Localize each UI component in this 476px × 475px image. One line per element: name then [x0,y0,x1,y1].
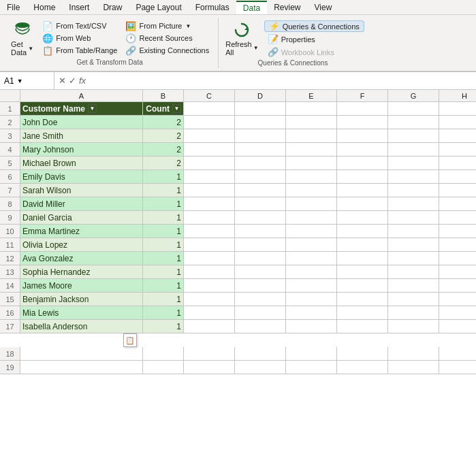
cell-11f[interactable] [337,238,388,252]
menu-view[interactable]: View [308,1,339,14]
cell-15c[interactable] [184,293,235,306]
cell-17b[interactable]: 1 [143,320,184,333]
cell-19c[interactable] [184,361,235,374]
cell-10a[interactable]: Emma Martinez [20,225,143,238]
cell-1f[interactable] [337,102,388,116]
cell-18a[interactable] [20,347,143,361]
cell-3a[interactable]: Jane Smith [20,129,143,143]
properties-button[interactable]: 📝 Properties [264,33,364,45]
cell-13g[interactable] [388,265,439,279]
cell-14b[interactable]: 1 [143,279,184,293]
cell-7b[interactable]: 1 [143,184,184,197]
cell-9c[interactable] [184,211,235,225]
paste-icon[interactable]: 📋 [123,333,137,347]
cell-10g[interactable] [388,225,439,238]
cell-5g[interactable] [388,157,439,170]
cell-11d[interactable] [235,238,286,252]
cell-4a[interactable]: Mary Johnson [20,143,143,157]
cell-11b[interactable]: 1 [143,238,184,252]
col-header-e[interactable]: E [286,90,337,102]
cell-12d[interactable] [235,252,286,265]
cell-1g[interactable] [388,102,439,116]
cell-3f[interactable] [337,129,388,143]
cell-6g[interactable] [388,170,439,184]
cell-17d[interactable] [235,320,286,333]
cell-13a[interactable]: Sophia Hernandez [20,265,143,279]
cell-11h[interactable] [439,238,476,252]
cell-19g[interactable] [388,361,439,374]
col-header-f[interactable]: F [337,90,388,102]
existing-connections-button[interactable]: 🔗 Existing Connections [122,45,212,56]
formula-input[interactable] [90,72,476,89]
menu-data[interactable]: Data [236,1,267,14]
cell-15b[interactable]: 1 [143,293,184,306]
cell-6b[interactable]: 1 [143,170,184,184]
cell-19d[interactable] [235,361,286,374]
queries-connections-button[interactable]: ⚡ Queries & Connections [264,20,364,32]
cell-ref-dropdown[interactable]: ▼ [17,78,23,84]
cell-3e[interactable] [286,129,337,143]
cell-2b[interactable]: 2 [143,116,184,129]
cell-14c[interactable] [184,279,235,293]
cell-3b[interactable]: 2 [143,129,184,143]
cell-11e[interactable] [286,238,337,252]
cell-9b[interactable]: 1 [143,211,184,225]
cell-17h[interactable] [439,320,476,333]
cell-10e[interactable] [286,225,337,238]
cell-12g[interactable] [388,252,439,265]
cell-15f[interactable] [337,293,388,306]
cell-16h[interactable] [439,306,476,320]
cell-13f[interactable] [337,265,388,279]
cell-11g[interactable] [388,238,439,252]
cell-14d[interactable] [235,279,286,293]
cell-5h[interactable] [439,157,476,170]
refresh-all-button[interactable]: Refresh All▼ [221,20,262,58]
cell-18b[interactable] [143,347,184,361]
cell-9f[interactable] [337,211,388,225]
filter-btn-count[interactable]: ▼ [172,104,181,113]
cell-15d[interactable] [235,293,286,306]
cell-4e[interactable] [286,143,337,157]
cell-13b[interactable]: 1 [143,265,184,279]
cell-14a[interactable]: James Moore [20,279,143,293]
cell-17a[interactable]: Isabella Anderson [20,320,143,333]
cell-4f[interactable] [337,143,388,157]
workbook-links-button[interactable]: 🔗 Workbook Links [264,46,364,58]
cell-18h[interactable] [439,347,476,361]
cell-17e[interactable] [286,320,337,333]
cell-2h[interactable] [439,116,476,129]
cell-3g[interactable] [388,129,439,143]
menu-review[interactable]: Review [267,1,307,14]
cell-14e[interactable] [286,279,337,293]
cell-12e[interactable] [286,252,337,265]
cell-15a[interactable]: Benjamin Jackson [20,293,143,306]
menu-page-layout[interactable]: Page Layout [129,1,188,14]
cell-5e[interactable] [286,157,337,170]
cell-2d[interactable] [235,116,286,129]
header-cell-count[interactable]: Count ▼ [143,102,184,116]
cell-6f[interactable] [337,170,388,184]
col-header-g[interactable]: G [388,90,439,102]
cell-2e[interactable] [286,116,337,129]
cell-16e[interactable] [286,306,337,320]
cell-17c[interactable] [184,320,235,333]
cell-12f[interactable] [337,252,388,265]
insert-function-icon[interactable]: fx [79,76,86,86]
cell-18d[interactable] [235,347,286,361]
cell-13h[interactable] [439,265,476,279]
cell-18c[interactable] [184,347,235,361]
cell-4c[interactable] [184,143,235,157]
cell-6d[interactable] [235,170,286,184]
confirm-formula-icon[interactable]: ✓ [69,76,76,86]
cell-1h[interactable] [439,102,476,116]
cell-16f[interactable] [337,306,388,320]
cell-12c[interactable] [184,252,235,265]
cell-5c[interactable] [184,157,235,170]
cell-3h[interactable] [439,129,476,143]
cell-8h[interactable] [439,197,476,211]
cell-7e[interactable] [286,184,337,197]
cell-19h[interactable] [439,361,476,374]
cell-13e[interactable] [286,265,337,279]
cell-15h[interactable] [439,293,476,306]
col-header-d[interactable]: D [235,90,286,102]
